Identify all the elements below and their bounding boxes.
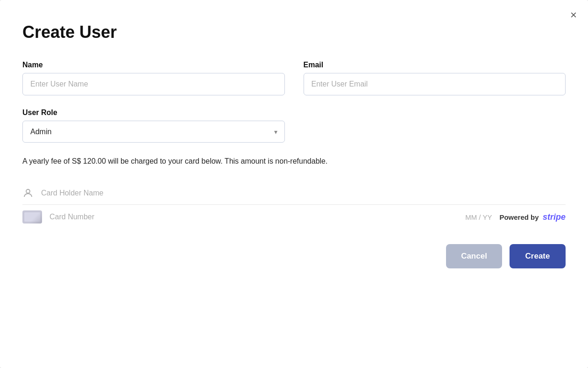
create-user-modal: × Create User Name Email User Role Admin… (0, 0, 588, 368)
name-email-row: Name Email (22, 61, 566, 95)
user-role-row: User Role Admin User Viewer ▾ (22, 108, 566, 143)
user-role-select[interactable]: Admin User Viewer (22, 121, 285, 143)
email-input[interactable] (304, 73, 566, 95)
user-role-select-wrapper: Admin User Viewer ▾ (22, 121, 285, 143)
card-chip-icon (22, 210, 42, 224)
close-icon: × (570, 8, 577, 21)
create-button[interactable]: Create (510, 244, 566, 268)
powered-by-label: Powered by stripe (499, 212, 566, 222)
cancel-button[interactable]: Cancel (446, 244, 502, 268)
name-input[interactable] (22, 73, 285, 95)
card-fields-section: Card Holder Name Card Number MM / YY Pow… (22, 182, 566, 229)
card-number-row: Card Number MM / YY Powered by stripe (22, 205, 566, 229)
close-button[interactable]: × (570, 9, 577, 21)
name-group: Name (22, 61, 285, 95)
email-label: Email (304, 61, 566, 69)
expiry-placeholder: MM / YY (465, 213, 492, 221)
svg-point-0 (26, 189, 30, 193)
user-role-label: User Role (22, 108, 285, 117)
fee-notice: A yearly fee of S$ 120.00 will be charge… (22, 156, 566, 167)
modal-title: Create User (22, 22, 566, 42)
card-holder-row: Card Holder Name (22, 182, 566, 205)
email-group: Email (304, 61, 566, 95)
person-icon (22, 188, 34, 199)
card-number-placeholder: Card Number (50, 213, 383, 221)
name-label: Name (22, 61, 285, 69)
user-role-group: User Role Admin User Viewer ▾ (22, 108, 285, 143)
card-holder-placeholder: Card Holder Name (41, 189, 566, 197)
footer-actions: Cancel Create (22, 244, 566, 268)
powered-by-stripe: Powered by stripe (499, 212, 566, 222)
stripe-label: stripe (543, 212, 566, 222)
